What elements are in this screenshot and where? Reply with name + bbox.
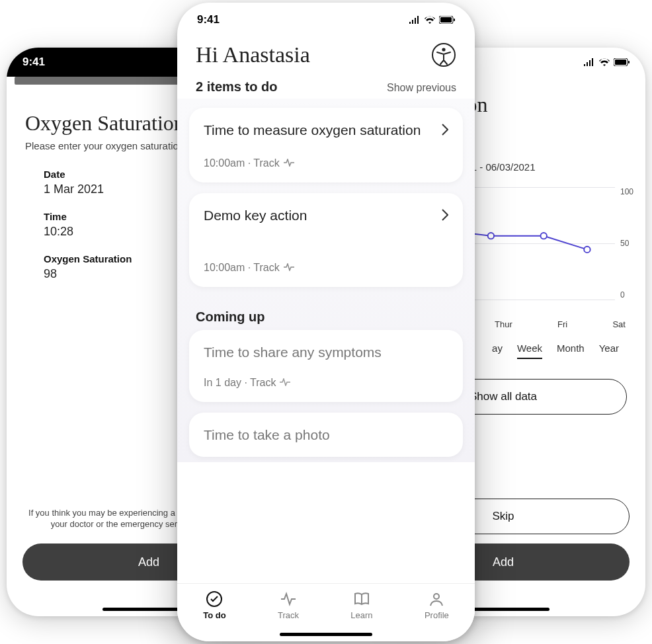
range-tab-month[interactable]: Month (557, 342, 585, 359)
tab-track[interactable]: Track (278, 590, 299, 620)
chart-y-axis: 100 50 0 (620, 187, 633, 300)
book-icon (353, 590, 370, 608)
time-value: 10:28 (44, 225, 73, 238)
todo-card[interactable]: Time to measure oxygen saturation 10:00a… (189, 108, 463, 182)
card-title: Time to take a photo (204, 426, 448, 444)
date-value: 1 Mar 2021 (44, 182, 104, 196)
tab-todo[interactable]: To do (203, 590, 225, 620)
show-previous-link[interactable]: Show previous (387, 82, 456, 94)
chevron-right-icon (442, 124, 448, 138)
range-tab-year[interactable]: Year (599, 342, 619, 359)
svg-rect-4 (615, 60, 626, 65)
upcoming-card[interactable]: Time to share any symptoms In 1 day · Tr… (189, 330, 463, 402)
range-tab-day[interactable]: ay (492, 342, 503, 359)
svg-rect-13 (454, 19, 455, 21)
upcoming-card[interactable]: Time to take a photo (189, 413, 463, 457)
status-icons (583, 58, 630, 66)
chevron-right-icon (442, 209, 448, 223)
accessibility-icon[interactable] (431, 42, 456, 67)
card-meta: 10:00am · Track (204, 262, 448, 274)
svg-point-15 (442, 48, 445, 51)
range-tab-week[interactable]: Week (517, 342, 542, 359)
card-title: Demo key action (204, 206, 307, 224)
svg-rect-12 (440, 17, 452, 22)
svg-rect-5 (628, 61, 630, 63)
card-meta: In 1 day · Track (204, 377, 448, 389)
todo-heading: 2 items to do (196, 79, 277, 95)
person-icon (428, 590, 445, 608)
card-meta: 10:00am · Track (204, 157, 448, 169)
svg-point-8 (488, 233, 494, 239)
todo-card[interactable]: Demo key action 10:00am · Track (189, 193, 463, 286)
oxygen-value: 98 (44, 267, 57, 280)
status-bar: 9:41 (177, 3, 475, 32)
tab-profile[interactable]: Profile (425, 590, 449, 620)
pulse-icon (280, 377, 290, 389)
tab-learn[interactable]: Learn (350, 590, 372, 620)
home-indicator (280, 633, 372, 636)
svg-point-17 (434, 594, 439, 599)
status-icons (409, 16, 455, 24)
check-circle-icon (206, 590, 223, 608)
pulse-icon (280, 590, 297, 608)
pulse-icon (284, 157, 294, 169)
card-title: Time to measure oxygen saturation (204, 121, 421, 139)
svg-point-9 (541, 233, 547, 239)
svg-point-10 (584, 247, 590, 253)
home-todo-phone: 9:41 Hi Anastasia 2 items to do Show pre… (177, 3, 475, 641)
greeting: Hi Anastasia (196, 42, 310, 67)
coming-up-heading: Coming up (189, 298, 463, 330)
status-time: 9:41 (197, 13, 220, 26)
card-title: Time to share any symptoms (204, 343, 448, 361)
status-time: 9:41 (22, 56, 45, 69)
pulse-icon (284, 262, 294, 274)
